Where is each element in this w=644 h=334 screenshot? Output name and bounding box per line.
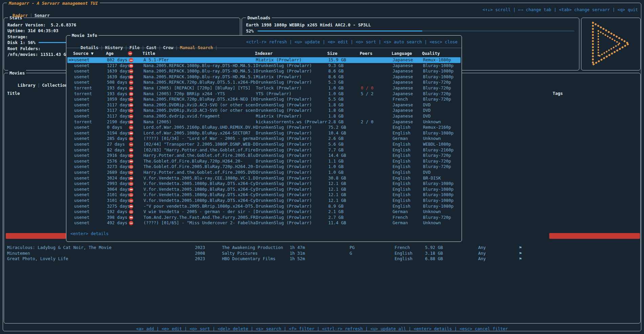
result-title: (????) [01/34] - "Lord of War - 2005 - g…	[143, 136, 256, 142]
search-result-row[interactable]: usenet 1059 days Nana.2005.FRENCH.720p.B…	[67, 97, 461, 102]
tag-row[interactable]: 14 - kelly ramirez	[549, 137, 640, 142]
result-indexer: DrunkenSlug (Prowlarr)	[256, 130, 312, 136]
result-source: usenet	[74, 80, 89, 85]
search-result-row[interactable]: usenet 3101 days V.for.Vendetta.2005.108…	[67, 198, 461, 204]
search-result-row[interactable]: usenet 1217 days Nana.2005.REPACK.1080p.…	[67, 63, 461, 69]
search-result-row[interactable]: usenet 3064 days V.for.Vendetta.2005.108…	[67, 187, 461, 192]
tag-row[interactable]: 1 - hamilcar_barca	[549, 210, 640, 216]
search-result-row[interactable]: usenet 3101 days V.for.Vendetta.2005.108…	[67, 192, 461, 198]
tab-radarr[interactable]: Radarr	[13, 13, 28, 18]
tag-row[interactable]: 14 - kelly ramirez	[549, 113, 640, 119]
column-language[interactable]: Language	[392, 50, 412, 56]
tag-row[interactable]: 8 - nicolecolvett	[549, 165, 640, 171]
search-result-row[interactable]: usenet 508 days Nana.2005.REPACK.720p.Bl…	[67, 80, 461, 85]
tag-row[interactable]: 1 - hamilcar_barca	[549, 199, 640, 205]
result-language: French	[393, 97, 408, 102]
result-source: usenet	[74, 113, 89, 119]
search-result-row[interactable]: usenet 492 days (????) [01/65] - "Miss U…	[67, 220, 461, 226]
result-age: 3275 days	[107, 204, 130, 209]
tag-row[interactable]: 3 - macmww	[549, 125, 640, 131]
tag-row[interactable]: 8 - nicolecolvett	[549, 245, 640, 250]
search-result-row[interactable]: usenet 285 days (????) [01/34] - "Lord o…	[67, 136, 461, 142]
result-source: usenet	[74, 130, 89, 136]
column-quality[interactable]: Quality	[422, 50, 440, 56]
tag-row[interactable]: 8 - nicolecolvett	[549, 153, 640, 159]
tag-row[interactable]: 1 - hamilcar_barca	[549, 222, 640, 228]
tag-row[interactable]: 1 - hamilcar_barca	[549, 182, 640, 188]
search-result-row[interactable]: usenet 192 days V wie Vendetta - 2005 - …	[67, 209, 461, 215]
result-language: English	[393, 192, 410, 198]
rejected-icon	[129, 64, 133, 68]
search-result-row[interactable]: usenet 3024 days V.for.Vendetta.2005.Blu…	[67, 175, 461, 181]
result-size: 30.8 GB	[328, 175, 346, 181]
tag-row[interactable]: 14 - kelly ramirez	[549, 97, 640, 102]
result-language: English	[393, 204, 410, 209]
rejected-column-icon	[128, 51, 132, 56]
tab-sonarr[interactable]: Sonarr	[35, 13, 50, 18]
result-source: usenet	[74, 102, 89, 108]
search-result-row[interactable]: usenet 27 days [02/44] "Transporter 2.20…	[67, 142, 461, 147]
result-size: 1.1 GB	[328, 159, 343, 164]
result-language: English	[393, 170, 410, 175]
tag-row[interactable]: 1 - hamilcar_barca	[549, 216, 640, 222]
result-age: 2993 days	[107, 181, 130, 187]
search-result-row[interactable]: usenet 2916 days Harry.Potter.and.the.Go…	[67, 153, 461, 159]
result-age: 3117 days	[107, 108, 130, 113]
result-size: 2.8 GB	[328, 119, 343, 125]
search-result-row[interactable]: torrent 193 days Nana (2005) 720p BRRip …	[67, 91, 461, 97]
result-size: 2.7 GB	[328, 215, 343, 221]
search-result-row[interactable]: torrent 2190 days Nana (2005) kickasstor…	[67, 119, 461, 125]
search-result-row[interactable]: usenet 1639 days Nana.2005.REPACK.1080p.…	[67, 68, 461, 74]
search-result-row[interactable]: usenet 1639 days Nana.2005.REPACK.1080p.…	[67, 74, 461, 80]
result-age: 3273 days	[107, 164, 130, 170]
result-indexer: DrunkenSlug (Prowlarr)	[256, 63, 312, 69]
tag-row[interactable]: 3 - macmww	[549, 176, 640, 182]
result-title: Nana.2005.DVDRip.XviD.AC3-SVO (or other …	[143, 102, 256, 108]
search-result-row[interactable]: torrent 193 days Nana (2005) [REPACK] [7…	[67, 85, 461, 91]
tag-row[interactable]: 1 - hamilcar_barca	[549, 193, 640, 199]
column-indexer[interactable]: Indexer	[255, 50, 273, 56]
search-result-row[interactable]: usenet 2576 days The.Goblet.Of.Fire.BluR…	[67, 159, 461, 164]
tag-row[interactable]: 8 - nicolecolvett	[549, 148, 640, 153]
tag-row[interactable]: 1 - hamilcar_barca	[549, 205, 640, 210]
search-result-row[interactable]: usenet 3117 days nana.2005.dvdrip.xvid.f…	[67, 113, 461, 119]
search-result-row[interactable]: usenet 3275 days -"V pour vendetta.2005.…	[67, 204, 461, 209]
search-result-row[interactable]: usenet 3117 days Nana.2005.DVDRip.XviD.A…	[67, 102, 461, 108]
tag-row[interactable]: 1 - hamilcar_barca	[549, 233, 640, 239]
column-peers[interactable]: Peers	[360, 50, 373, 56]
column-size[interactable]: Size	[327, 50, 337, 56]
tag-row[interactable]: 8 - nicolecolvett	[549, 159, 640, 165]
rejected-icon	[129, 204, 133, 209]
rejected-icon	[129, 187, 133, 192]
search-result-row[interactable]: usenet 82 days [02/83] "Harry.Potter.and…	[67, 147, 461, 153]
result-quality: DVD	[423, 108, 431, 113]
result-source: usenet	[74, 204, 89, 209]
tag-row[interactable]: 1 - hamilcar_barca	[549, 142, 640, 148]
tag-row[interactable]: 14 - kelly ramirez	[549, 102, 640, 108]
search-result-row[interactable]: usenet 3273 days The.Goblet.Of.Fire.2005…	[67, 164, 461, 170]
column-age[interactable]: Age	[106, 50, 114, 56]
tag-row[interactable]: 1 - hamilcar_barca	[549, 256, 640, 262]
column-title[interactable]: Title	[142, 50, 155, 56]
tag-row[interactable]: 1 - hamilcar_barca	[549, 119, 640, 125]
tag-row[interactable]: 14 - kelly ramirez	[549, 131, 640, 137]
tag-row[interactable]: 8 - nicolecolvett	[549, 239, 640, 245]
result-title: Lord.of.War.2005.2160p.BluRay.UHD.REMUX.…	[143, 125, 256, 130]
result-indexer: DrunkenSlug (Prowlarr)	[256, 68, 312, 74]
tab-library[interactable]: Library	[18, 83, 36, 88]
search-result-row[interactable]: usenet 3194 days Lord.of.War.2005.1080p.…	[67, 130, 461, 136]
result-title: Nana (2005) [REPACK] [720p] [BluRay] [YT…	[143, 85, 250, 91]
search-result-row[interactable]: => usenet 802 days A 5.1-PTer Miatrix (P…	[67, 57, 461, 63]
search-result-row[interactable]: usenet 2993 days V.for.Vendetta.2005.108…	[67, 181, 461, 187]
tag-row[interactable]: 1 - hamilcar_barca	[549, 170, 640, 176]
radarr-version: Radarr Version: 5.2.6.8376	[7, 22, 76, 28]
tag-row[interactable]: 1 - hamilcar_barca	[549, 188, 640, 193]
search-result-row[interactable]: usenet 0 days Lord.of.War.2005.2160p.Blu…	[67, 125, 461, 130]
column-source[interactable]: Source ▼	[73, 50, 93, 56]
tag-row[interactable]: 1 - hamilcar_barca	[549, 250, 640, 256]
search-result-row[interactable]: usenet 398 days Tom.And.Jerry.The.Fast.A…	[67, 215, 461, 221]
tag-row[interactable]: 14 - kelly ramirez	[549, 108, 640, 114]
search-result-row[interactable]: usenet 2689 days Harry.Potter.and.the.Go…	[67, 170, 461, 175]
tag-row[interactable]: 1 - hamilcar_barca	[549, 227, 640, 233]
search-result-row[interactable]: usenet 3117 days Nana.2005.DVDRip.XviD.A…	[67, 108, 461, 113]
